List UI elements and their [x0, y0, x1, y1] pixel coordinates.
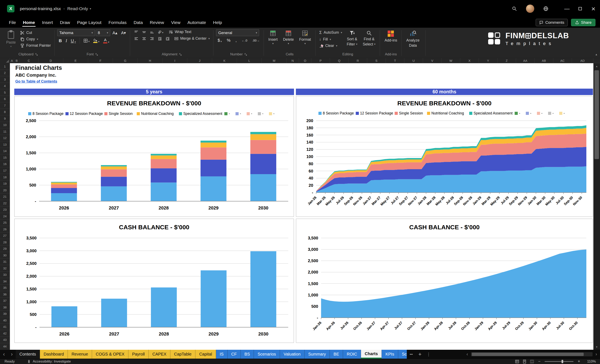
sheet-tab-is[interactable]: IS: [216, 350, 228, 359]
zoom-out-button[interactable]: −: [538, 359, 541, 364]
row-header-41[interactable]: 41: [0, 324, 10, 330]
sheet-tab-kpis[interactable]: KPIs: [382, 350, 398, 359]
column-header-T[interactable]: T: [386, 58, 404, 63]
row-header-31[interactable]: 31: [0, 258, 10, 265]
row-header-2[interactable]: 2: [0, 70, 10, 76]
new-sheet-button[interactable]: +: [416, 350, 424, 359]
column-header-U[interactable]: U: [404, 58, 423, 63]
hscroll-right-icon[interactable]: ›: [594, 352, 599, 357]
paste-button[interactable]: Paste ▾: [4, 29, 18, 49]
row-header-12[interactable]: 12: [0, 135, 10, 142]
column-header-W[interactable]: W: [442, 58, 460, 63]
sheet-canvas[interactable]: Financial Charts ABC Company Inc. Go to …: [10, 63, 593, 350]
shrink-font-button[interactable]: A▾: [120, 30, 127, 36]
maximize-button[interactable]: [573, 0, 587, 17]
row-header-17[interactable]: 17: [0, 167, 10, 174]
clear-button[interactable]: Clear ▾: [318, 43, 343, 48]
page-break-view-icon[interactable]: [530, 360, 534, 363]
row-header-37[interactable]: 37: [0, 298, 10, 304]
row-header-1[interactable]: 1: [0, 63, 10, 70]
align-center-button[interactable]: [141, 36, 148, 41]
read-only-caret-icon[interactable]: ▾: [90, 7, 91, 10]
sheet-tab-be[interactable]: BE: [330, 350, 343, 359]
select-all-corner[interactable]: [0, 58, 10, 63]
chart-cash-balance-5y[interactable]: CASH BALANCE - $'000-5001,0001,5002,0002…: [14, 218, 294, 343]
horizontal-scroll-thumb[interactable]: [472, 353, 584, 356]
column-header-AA[interactable]: AA: [516, 58, 535, 63]
menu-data[interactable]: Data: [130, 18, 146, 27]
accounting-format-button[interactable]: $▾: [216, 38, 223, 43]
comma-style-button[interactable]: ,: [234, 38, 238, 43]
number-dialog-launcher-icon[interactable]: [244, 53, 247, 56]
row-header-24[interactable]: 24: [0, 213, 10, 220]
percent-style-button[interactable]: %: [225, 38, 232, 43]
zoom-slider[interactable]: [544, 361, 573, 362]
user-avatar[interactable]: [526, 5, 534, 13]
menu-automate[interactable]: Automate: [184, 18, 210, 27]
minimize-button[interactable]: —: [560, 0, 573, 17]
row-header-15[interactable]: 15: [0, 154, 10, 161]
row-header-20[interactable]: 20: [0, 187, 10, 194]
sheet-tab-summary[interactable]: Summary: [305, 350, 330, 359]
sheet-tab-sc[interactable]: Sc: [398, 350, 407, 359]
column-header-E[interactable]: E: [63, 58, 88, 63]
search-icon[interactable]: [510, 4, 519, 13]
sheet-tab-cogs-opex[interactable]: COGS & OPEX: [92, 350, 128, 359]
table-of-contents-link[interactable]: Go to Table of Contents: [15, 79, 57, 84]
sheet-tab-charts[interactable]: Charts: [361, 350, 382, 359]
collapse-ribbon-icon[interactable]: ▴: [595, 53, 597, 56]
number-format-select[interactable]: General ▾: [216, 29, 259, 36]
sheet-options-button[interactable]: ⋮: [424, 350, 433, 359]
sheet-tab-scenarios[interactable]: Scenarios: [254, 350, 280, 359]
row-header-27[interactable]: 27: [0, 232, 10, 239]
column-header-AB[interactable]: AB: [535, 58, 553, 63]
menu-review[interactable]: Review: [146, 18, 168, 27]
chart-revenue-breakdown-60m[interactable]: REVENUE BREAKDOWN - $'0008 Session Packa…: [296, 96, 593, 217]
font-name-select[interactable]: Tahoma ▾: [57, 29, 95, 36]
more-sheets-button[interactable]: •••: [407, 350, 416, 359]
share-button[interactable]: Share: [571, 19, 595, 26]
column-header-Q[interactable]: Q: [330, 58, 349, 63]
vertical-scrollbar[interactable]: ▴ ▾: [593, 63, 600, 350]
font-dialog-launcher-icon[interactable]: [95, 53, 98, 56]
sheet-tab-capex[interactable]: CAPEX: [149, 350, 170, 359]
row-header-10[interactable]: 10: [0, 122, 10, 128]
horizontal-scrollbar[interactable]: ‹ ›: [464, 350, 600, 359]
globe-icon[interactable]: [541, 4, 550, 13]
row-header-35[interactable]: 35: [0, 285, 10, 291]
column-header-H[interactable]: H: [138, 58, 162, 63]
column-header-L[interactable]: L: [237, 58, 262, 63]
column-header-F[interactable]: F: [88, 58, 113, 63]
column-header-I[interactable]: I: [162, 58, 187, 63]
align-bottom-button[interactable]: [149, 30, 156, 34]
row-header-26[interactable]: 26: [0, 226, 10, 233]
zoom-level[interactable]: 110%: [584, 359, 596, 364]
column-header-R[interactable]: R: [349, 58, 367, 63]
row-header-16[interactable]: 16: [0, 161, 10, 168]
align-middle-button[interactable]: [141, 30, 148, 34]
row-header-14[interactable]: 14: [0, 148, 10, 155]
menu-formulas[interactable]: Formulas: [105, 18, 130, 27]
column-header-N[interactable]: N: [287, 58, 299, 63]
menu-insert[interactable]: Insert: [38, 18, 56, 27]
row-header-40[interactable]: 40: [0, 317, 10, 324]
align-top-button[interactable]: [133, 30, 140, 34]
decrease-indent-button[interactable]: [156, 36, 163, 41]
sheet-nav-right-icon[interactable]: ›: [8, 350, 16, 359]
copy-button[interactable]: Copy ▾: [19, 36, 52, 42]
grow-font-button[interactable]: A▴: [111, 30, 119, 36]
borders-button[interactable]: ▾: [82, 38, 91, 43]
sheet-tab-cf[interactable]: CF: [228, 350, 241, 359]
row-header-11[interactable]: 11: [0, 128, 10, 135]
row-header-18[interactable]: 18: [0, 174, 10, 181]
column-header-A[interactable]: A: [10, 58, 14, 63]
column-header-D[interactable]: D: [38, 58, 63, 63]
close-button[interactable]: ×: [587, 0, 600, 17]
normal-view-icon[interactable]: [515, 360, 519, 363]
page-layout-view-icon[interactable]: [523, 360, 527, 363]
insert-cells-button[interactable]: Insert ▾: [266, 29, 280, 46]
sheet-tab-contents[interactable]: Contents: [16, 350, 40, 359]
sheet-tab-capital[interactable]: Capital: [195, 350, 216, 359]
column-header-O[interactable]: O: [299, 58, 311, 63]
chart-revenue-breakdown-5y[interactable]: REVENUE BREAKDOWN - $'0008 Session Packa…: [14, 96, 294, 217]
